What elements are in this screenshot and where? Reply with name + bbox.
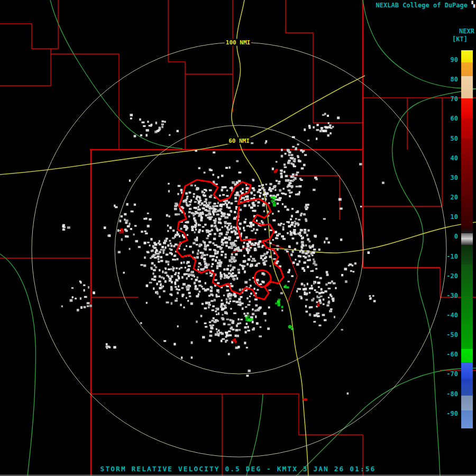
echo-pixel: [230, 246, 233, 249]
echo-pixel: [156, 283, 158, 286]
echo-pixel: [299, 233, 301, 236]
echo-pixel: [228, 353, 230, 355]
range-ring-label: 60 NMI: [227, 138, 251, 144]
echo-pixel: [280, 172, 282, 175]
echo-pixel: [207, 214, 209, 216]
brand-text: NEXLAB College of DuPage: [376, 2, 468, 9]
echo-pixel: [285, 179, 288, 182]
colorbar-tick-label: -40: [437, 312, 458, 319]
echo-pixel: [195, 221, 197, 223]
echo-pixel: [262, 259, 264, 261]
echo-pixel: [217, 333, 220, 335]
echo-pixel: [285, 175, 288, 177]
echo-pixel: [221, 340, 223, 342]
echo-pixel: [233, 259, 236, 261]
echo-pixel: [244, 204, 247, 207]
echo-pixel: [332, 298, 335, 300]
echo-pixel: [226, 301, 228, 304]
echo-pixel: [157, 253, 160, 255]
echo-pixel: [292, 136, 295, 139]
echo-pixel: [198, 224, 200, 226]
echo-pixel: [195, 185, 196, 186]
echo-pixel: [316, 124, 318, 126]
echo-pixel: [298, 219, 300, 221]
echo-pixel: [305, 252, 308, 255]
echo-pixel: [305, 305, 307, 308]
echo-pixel: [272, 195, 276, 197]
echo-pixel: [212, 309, 214, 311]
echo-pixel: [276, 169, 278, 171]
echo-pixel: [142, 122, 145, 124]
echo-pixel: [235, 245, 237, 247]
echo-pixel: [202, 303, 204, 305]
echo-pixel: [125, 230, 128, 232]
echo-pixel: [223, 268, 225, 270]
colorbar-segment: [461, 379, 473, 396]
echo-pixel: [226, 318, 230, 320]
echo-pixel: [217, 176, 219, 178]
echo-pixel: [253, 194, 255, 196]
echo-pixel: [174, 208, 177, 210]
echo-pixel: [134, 225, 137, 226]
echo-pixel: [327, 134, 329, 136]
echo-pixel: [248, 370, 251, 372]
echo-pixel: [291, 328, 294, 330]
echo-pixel: [370, 297, 372, 299]
echo-pixel: [252, 258, 255, 260]
echo-pixel: [281, 309, 283, 312]
echo-pixel: [221, 175, 224, 177]
echo-pixel: [201, 269, 204, 271]
echo-pixel: [140, 322, 142, 324]
echo-pixel: [210, 195, 212, 196]
echo-pixel: [153, 276, 156, 278]
echo-pixel: [213, 181, 215, 183]
echo-pixel: [126, 203, 129, 206]
echo-pixel: [169, 134, 170, 136]
echo-pixel: [240, 319, 243, 321]
echo-pixel: [83, 285, 85, 286]
colorbar-segment: [461, 98, 473, 118]
echo-pixel: [141, 231, 143, 233]
echo-pixel: [236, 325, 238, 327]
echo-pixel: [309, 306, 311, 308]
echo-pixel: [304, 257, 307, 259]
echo-pixel: [210, 255, 213, 258]
echo-pixel: [242, 246, 244, 249]
echo-pixel: [171, 302, 173, 305]
echo-pixel: [285, 153, 287, 155]
echo-pixel: [195, 285, 197, 287]
echo-pixel: [278, 182, 280, 184]
echo-pixel: [296, 242, 298, 245]
echo-pixel: [248, 204, 250, 206]
echo-pixel: [322, 314, 325, 316]
echo-pixel: [147, 121, 149, 123]
echo-pixel: [198, 229, 201, 232]
echo-pixel: [172, 259, 174, 261]
echo-pixel: [237, 250, 241, 252]
echo-pixel: [209, 249, 212, 251]
echo-pixel: [344, 268, 347, 270]
echo-pixel: [226, 286, 229, 287]
product-caption: STORM RELATIVE VELOCITY 0.5 DEG - KMTX 3…: [0, 465, 476, 473]
echo-pixel: [134, 135, 136, 137]
echo-pixel: [248, 326, 249, 328]
echo-pixel: [304, 294, 306, 295]
echo-pixel: [239, 227, 241, 230]
echo-pixel: [200, 219, 203, 222]
echo-pixel: [157, 292, 159, 295]
echo-pixel: [249, 296, 251, 297]
echo-pixel: [172, 237, 175, 239]
echo-pixel: [167, 225, 169, 227]
echo-pixel: [288, 160, 290, 162]
echo-pixel: [303, 288, 305, 290]
echo-pixel: [263, 312, 267, 315]
echo-pixel: [226, 223, 229, 224]
echo-pixel: [225, 305, 227, 307]
colorbar-segment: [461, 139, 473, 227]
echo-pixel: [218, 291, 219, 293]
echo-pixel: [139, 118, 141, 121]
echo-pixel: [312, 254, 314, 257]
echo-pixel: [277, 237, 278, 239]
echo-pixel: [296, 222, 299, 224]
echo-pixel: [337, 116, 340, 119]
